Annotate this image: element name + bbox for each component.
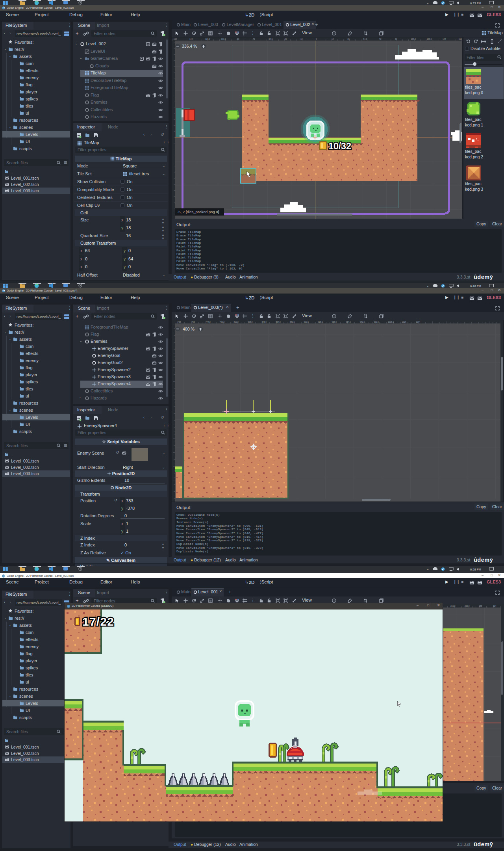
svg-text:1044: 1044: [416, 321, 420, 323]
svg-text:17/22: 17/22: [82, 615, 114, 628]
svg-text:-5, 2 [tiles_packed.png 0]: -5, 2 [tiles_packed.png 0]: [177, 210, 219, 214]
svg-text:-144: -144: [189, 38, 193, 40]
svg-text:-108.0: -108.0: [220, 38, 226, 40]
svg-text:324: 324: [493, 605, 497, 607]
svg-text:900.0: 900.0: [304, 321, 309, 323]
svg-text:336.4 %: 336.4 %: [182, 44, 197, 48]
svg-text:288: 288: [479, 605, 482, 607]
svg-text:828.0: 828.0: [248, 321, 253, 323]
svg-text:0: 0: [316, 38, 317, 40]
svg-text:400 %: 400 %: [183, 327, 195, 331]
svg-text:774.0: 774.0: [206, 321, 211, 323]
svg-text:918.0: 918.0: [318, 321, 323, 323]
svg-text:-162: -162: [173, 38, 177, 40]
svg-text:756: 756: [192, 321, 195, 323]
svg-text:-126.0: -126.0: [205, 38, 210, 40]
svg-text:846.0: 846.0: [262, 321, 267, 323]
svg-text:738: 738: [178, 321, 181, 323]
svg-text:-36: -36: [284, 38, 287, 40]
svg-text:216.0: 216.0: [450, 605, 456, 607]
svg-text:-72: -72: [252, 38, 255, 40]
svg-text:954.0: 954.0: [346, 321, 351, 323]
svg-text:36: 36: [347, 38, 350, 40]
svg-text:936.0: 936.0: [332, 321, 337, 323]
svg-text:990.0: 990.0: [374, 321, 379, 323]
svg-text:972.0: 972.0: [360, 321, 365, 323]
svg-text:10/32: 10/32: [328, 141, 351, 151]
svg-text:126.0: 126.0: [427, 38, 432, 40]
svg-text:810.0: 810.0: [233, 321, 239, 323]
svg-text:1026: 1026: [402, 321, 406, 323]
svg-text:252.0: 252.0: [465, 605, 470, 607]
svg-text:18: 18: [332, 38, 334, 40]
svg-text:54.0: 54.0: [363, 38, 367, 40]
svg-text:882.0: 882.0: [290, 321, 295, 323]
svg-text:144: 144: [443, 38, 446, 40]
svg-text:72: 72: [379, 38, 382, 40]
svg-text:162: 162: [458, 38, 462, 40]
svg-text:-90: -90: [236, 38, 239, 40]
svg-text:-18: -18: [300, 38, 302, 40]
svg-text:1008.0: 1008.0: [388, 321, 394, 323]
svg-text:792.0: 792.0: [220, 321, 225, 323]
svg-text:-54.0: -54.0: [268, 38, 273, 40]
svg-text:90: 90: [395, 38, 397, 40]
svg-text:108.0: 108.0: [411, 38, 416, 40]
svg-text:864.0: 864.0: [276, 321, 281, 323]
